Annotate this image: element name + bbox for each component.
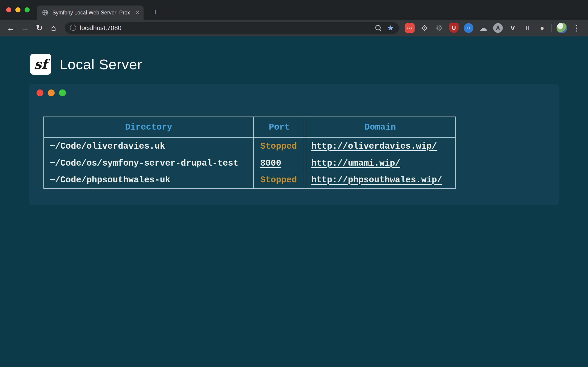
port-status: Stopped <box>260 141 297 151</box>
forward-icon[interactable]: → <box>18 21 32 35</box>
extensions-row: ⋯ ⚙ ⚙ U ○ ☁ A V fl ● <box>405 23 547 33</box>
back-icon[interactable]: ← <box>4 21 18 35</box>
tab-title: Symfony Local Web Server: Prox <box>52 10 133 16</box>
zoom-window-button[interactable] <box>25 7 30 12</box>
reload-icon[interactable]: ↻ <box>32 21 46 35</box>
browser-tab[interactable]: Symfony Local Web Server: Prox × <box>37 6 144 20</box>
url-text[interactable]: localhost:7080 <box>80 24 375 32</box>
minimize-window-button[interactable] <box>15 7 20 12</box>
table-header-row: Directory Port Domain <box>44 117 456 138</box>
directory-cell: ~/Code/oliverdavies.uk <box>44 138 254 155</box>
a-extension-icon[interactable]: A <box>493 23 503 33</box>
column-header-domain: Domain <box>305 117 456 138</box>
red-dot-icon <box>36 90 43 96</box>
domain-link[interactable]: http://oliverdavies.wip/ <box>311 141 437 151</box>
orange-dot-icon <box>48 90 55 96</box>
port-cell: 8000 <box>254 155 305 172</box>
column-header-port: Port <box>254 117 305 138</box>
table-row: ~/Code/oliverdavies.uk Stopped http://ol… <box>44 138 456 155</box>
home-icon[interactable]: ⌂ <box>46 21 61 35</box>
port-link[interactable]: 8000 <box>260 158 281 168</box>
octocat-extension-icon[interactable]: ● <box>537 23 547 33</box>
symfony-local-server-page: sf Local Server Directory Port Domain ~/… <box>0 36 588 367</box>
green-dot-icon <box>59 90 66 96</box>
port-cell: Stopped <box>254 172 305 189</box>
domain-link[interactable]: http://umami.wip/ <box>311 158 400 168</box>
domain-link[interactable]: http://phpsouthwales.wip/ <box>311 175 442 185</box>
address-bar[interactable]: ⓘ localhost:7080 ★ <box>65 22 399 34</box>
terminal-window-dots <box>36 90 66 96</box>
symfony-logo: sf <box>30 54 51 75</box>
close-window-button[interactable] <box>6 7 11 12</box>
blue-circle-extension-icon[interactable]: ○ <box>464 23 473 33</box>
directory-cell: ~/Code/phpsouthwales-uk <box>44 172 254 189</box>
tab-close-icon[interactable]: × <box>135 9 139 16</box>
table-row: ~/Code/os/symfony-server-drupal-test 800… <box>44 155 456 172</box>
site-info-icon[interactable]: ⓘ <box>70 24 76 32</box>
toolbar-separator <box>552 24 552 32</box>
column-header-directory: Directory <box>44 117 254 138</box>
domain-cell: http://oliverdavies.wip/ <box>305 138 456 155</box>
gear-extension-icon[interactable]: ⚙ <box>420 23 429 33</box>
table-row: ~/Code/phpsouthwales-uk Stopped http://p… <box>44 172 456 189</box>
macos-traffic-lights <box>6 7 30 12</box>
globe-favicon-icon <box>42 9 49 16</box>
fl-extension-icon[interactable]: fl <box>523 23 532 33</box>
bookmark-star-icon[interactable]: ★ <box>387 24 394 32</box>
domain-cell: http://umami.wip/ <box>305 155 456 172</box>
red-dots-extension-icon[interactable]: ⋯ <box>405 23 415 33</box>
zoom-icon[interactable] <box>375 25 381 31</box>
page-title: Local Server <box>60 56 142 73</box>
browser-tab-strip: Symfony Local Web Server: Prox × + <box>0 0 588 20</box>
cloud-extension-icon[interactable]: ☁ <box>478 23 488 33</box>
domain-cell: http://phpsouthwales.wip/ <box>305 172 456 189</box>
port-status: Stopped <box>260 175 297 185</box>
new-tab-button[interactable]: + <box>149 6 161 18</box>
servers-table: Directory Port Domain ~/Code/oliverdavie… <box>43 117 456 189</box>
directory-cell: ~/Code/os/symfony-server-drupal-test <box>44 155 254 172</box>
brand-header: sf Local Server <box>30 54 142 75</box>
dark-gear-extension-icon[interactable]: ⚙ <box>434 23 444 33</box>
terminal-panel: Directory Port Domain ~/Code/oliverdavie… <box>29 84 559 205</box>
profile-avatar[interactable] <box>556 23 567 33</box>
port-cell: Stopped <box>254 138 305 155</box>
browser-menu-icon[interactable]: ⋮ <box>571 23 582 33</box>
ublock-extension-icon[interactable]: U <box>449 23 459 33</box>
v-extension-icon[interactable]: V <box>508 23 518 33</box>
browser-toolbar: ← → ↻ ⌂ ⓘ localhost:7080 ★ ⋯ ⚙ ⚙ U ○ ☁ A… <box>0 20 588 36</box>
